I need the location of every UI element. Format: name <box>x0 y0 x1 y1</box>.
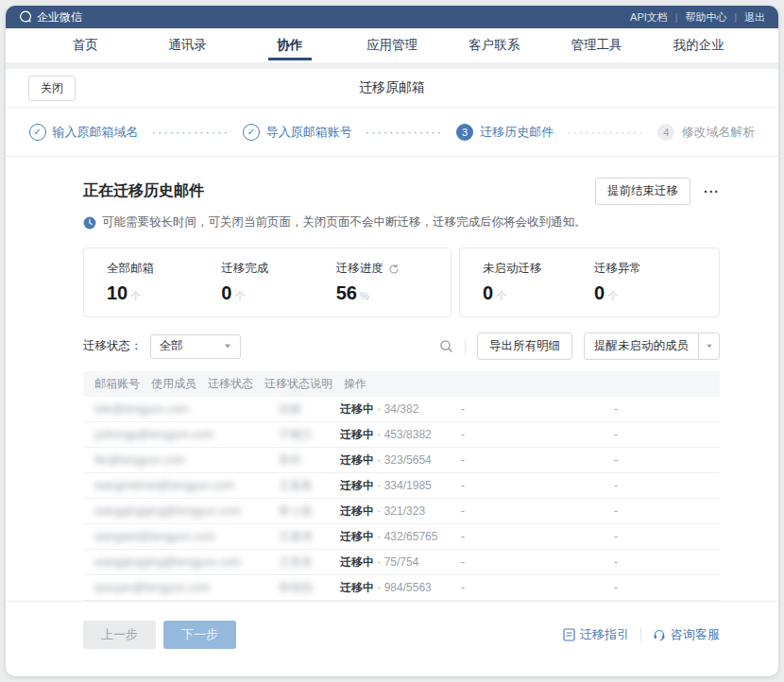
table-header: 邮箱账号使用成员迁移状态迁移状态说明操作 <box>83 371 720 397</box>
stat-value: 0 <box>594 282 605 303</box>
notice-text: 可能需要较长时间，可关闭当前页面，关闭页面不会中断迁移，迁移完成后你将会收到通知… <box>102 214 587 230</box>
status-desc-cell: - <box>450 555 603 569</box>
export-details-button[interactable]: 导出所有明细 <box>477 332 572 360</box>
section-title: 正在迁移历史邮件 <box>83 181 204 201</box>
next-step-button[interactable]: 下一步 <box>163 621 236 649</box>
status-progress: 432/65765 <box>374 530 437 543</box>
filter-label: 迁移状态： <box>83 338 143 354</box>
table-row: yuhongy@tengyun.com 于晓兰 迁移中453/8382 - - <box>83 422 720 448</box>
migration-table: 邮箱账号使用成员迁移状态迁移状态说明操作 lule@tengyun.com 刘俊… <box>83 371 720 601</box>
email-cell: lyouyan@tengyun.com <box>83 581 267 594</box>
status-text: 迁移中 <box>340 479 374 492</box>
topbar-link[interactable]: API文档 <box>630 10 668 25</box>
stats-card-primary: 全部邮箱 10个 迁移完成 0个 迁移进度 56% <box>83 247 452 317</box>
email-cell: wangqingqing@tengyun.com <box>83 555 267 569</box>
topbar-link[interactable]: 退出 <box>726 10 765 25</box>
topbar-link[interactable]: 帮助中心 <box>668 10 727 25</box>
migration-guide-link[interactable]: 迁移指引 <box>563 626 629 643</box>
email-cell: lule@tengyun.com <box>83 402 267 416</box>
status-cell: 迁移中34/382 <box>329 401 450 418</box>
nav-divider <box>6 62 778 69</box>
nav-tab[interactable]: 应用管理 <box>341 28 443 62</box>
status-text: 迁移中 <box>340 428 374 441</box>
status-cell: 迁移中321/323 <box>329 503 450 520</box>
table-body: lule@tengyun.com 刘俊 迁移中34/382 - - yuhong… <box>83 397 720 601</box>
step-separator <box>152 126 230 138</box>
status-progress: 321/323 <box>374 504 425 518</box>
step-label: 迁移历史邮件 <box>480 124 554 141</box>
more-menu-button[interactable]: ··· <box>704 184 720 199</box>
member-cell: 刘俊 <box>267 401 329 418</box>
email-cell: wangqingqing@tengyun.com <box>83 504 267 518</box>
stats-card-secondary: 未启动迁移 0个 迁移异常 0个 <box>459 247 720 317</box>
member-cell: 于晓兰 <box>267 427 329 443</box>
status-desc-cell: - <box>450 453 603 467</box>
member-cell: 李小美 <box>267 503 329 520</box>
search-icon[interactable] <box>439 339 453 353</box>
remind-dropdown-toggle[interactable] <box>698 333 719 359</box>
status-text: 迁移中 <box>340 555 374 569</box>
status-desc-cell: - <box>450 479 603 492</box>
remind-members-button[interactable]: 提醒未启动的成员 <box>584 332 720 360</box>
stat-label: 迁移完成 <box>221 261 268 277</box>
nav-tab[interactable]: 管理工具 <box>545 28 647 62</box>
status-cell: 迁移中334/1985 <box>329 478 450 494</box>
clock-icon <box>83 216 96 230</box>
stat-value: 56 <box>336 282 357 303</box>
chevron-down-icon <box>707 345 712 349</box>
status-filter-value: 全部 <box>160 338 183 354</box>
nav-tab[interactable]: 协作 <box>239 28 341 62</box>
status-progress: 75/754 <box>374 555 418 569</box>
nav-tab[interactable]: 首页 <box>34 28 136 62</box>
stat: 迁移异常 0个 <box>594 261 706 304</box>
table-row: wangqingqing@tengyun.com 王青青 迁移中75/754 -… <box>83 550 720 575</box>
action-cell: - <box>603 453 720 467</box>
email-cell: yuhongy@tengyun.com <box>83 428 267 441</box>
stat-label: 迁移异常 <box>594 261 641 277</box>
nav-tab[interactable]: 我的企业 <box>648 28 750 62</box>
status-desc-cell: - <box>450 504 603 518</box>
main-nav: 首页通讯录协作应用管理客户联系管理工具我的企业 <box>6 28 778 62</box>
stat: 未启动迁移 0个 <box>483 261 594 304</box>
member-cell: 王君伟 <box>267 529 329 545</box>
action-cell: - <box>603 530 720 543</box>
page-title: 迁移原邮箱 <box>6 79 778 96</box>
email-cell: wangmeimei@tengyun.com <box>83 479 267 492</box>
subheader: 关闭 迁移原邮箱 <box>6 69 778 108</box>
step-separator <box>567 126 644 138</box>
prev-step-button[interactable]: 上一步 <box>83 621 156 649</box>
stat-unit: % <box>360 290 369 301</box>
stat-unit: 个 <box>607 290 618 301</box>
status-progress: 334/1985 <box>374 479 432 492</box>
refresh-icon[interactable] <box>388 264 400 275</box>
nav-tab[interactable]: 通讯录 <box>136 28 238 62</box>
chevron-down-icon <box>224 345 230 349</box>
stat-value: 0 <box>483 282 493 303</box>
contact-support-link[interactable]: 咨询客服 <box>653 626 720 643</box>
nav-tab[interactable]: 客户联系 <box>443 28 545 62</box>
step-item: 导入原邮箱账号 <box>139 124 352 141</box>
stat-label: 全部邮箱 <box>107 261 154 277</box>
end-migration-button[interactable]: 提前结束迁移 <box>595 178 690 205</box>
member-cell: 王美美 <box>267 478 329 494</box>
status-cell: 迁移中75/754 <box>329 554 450 571</box>
brand: 企业微信 <box>19 9 82 26</box>
action-cell: - <box>603 581 720 594</box>
document-icon <box>563 628 575 641</box>
stat-value: 0 <box>221 282 231 303</box>
step-label: 修改域名解析 <box>681 124 755 141</box>
headset-icon <box>653 628 666 641</box>
notice: 可能需要较长时间，可关闭当前页面，关闭页面不会中断迁移，迁移完成后你将会收到通知… <box>83 214 720 230</box>
status-progress: 453/8382 <box>374 428 432 441</box>
status-filter-select[interactable]: 全部 <box>150 334 241 359</box>
member-cell: 李悦悦 <box>267 580 329 596</box>
stats-row: 全部邮箱 10个 迁移完成 0个 迁移进度 56% <box>83 247 720 317</box>
status-cell: 迁移中453/8382 <box>329 427 450 443</box>
step-circle: 3 <box>456 124 473 141</box>
email-cell: wangwei@tengyun.com <box>83 530 267 543</box>
stat-value: 10 <box>107 282 128 303</box>
step-circle <box>243 124 260 141</box>
divider <box>465 340 466 353</box>
stat: 迁移完成 0个 <box>221 261 335 304</box>
status-text: 迁移中 <box>340 530 374 543</box>
